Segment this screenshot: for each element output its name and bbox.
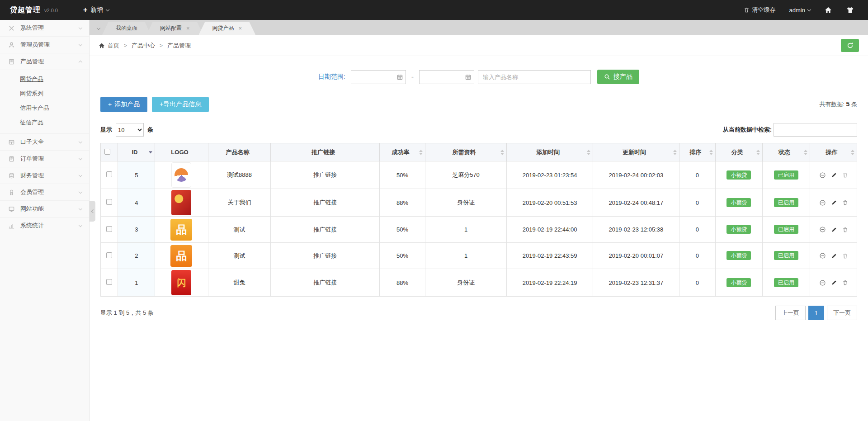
- sidebar-item-statistics[interactable]: 系统统计: [0, 218, 89, 234]
- edit-button[interactable]: [831, 227, 837, 233]
- row-checkbox[interactable]: [106, 252, 112, 258]
- filter-label: 从当前数据中检索:: [723, 126, 772, 134]
- column-header-actions[interactable]: 操作: [810, 143, 857, 161]
- cell-created: 2019-02-19 22:43:59: [507, 243, 593, 269]
- page-number-button[interactable]: 1: [808, 306, 824, 320]
- minus-circle-icon: [819, 172, 826, 179]
- sidebar-item-kouzi[interactable]: 口子大全: [0, 134, 89, 151]
- sidebar-item-products[interactable]: 产品管理: [0, 53, 89, 70]
- select-all-checkbox[interactable]: [104, 149, 110, 155]
- edit-button[interactable]: [831, 253, 837, 259]
- cell-name: 测试: [208, 217, 271, 243]
- table-row: 4 关于我们 推广链接 88% 身份证 2019-02-20 00:51:53 …: [101, 189, 857, 217]
- delete-button[interactable]: [842, 172, 848, 178]
- filter-input[interactable]: [774, 123, 857, 137]
- brand[interactable]: 贷超管理 v2.0.0: [0, 5, 67, 15]
- cell-promo-link[interactable]: 推广链接: [271, 269, 380, 297]
- date-from-input[interactable]: [351, 70, 406, 84]
- prev-page-button[interactable]: 上一页: [775, 306, 806, 320]
- clear-cache-button[interactable]: 清空缓存: [744, 6, 776, 14]
- sidebar-item-admins[interactable]: 管理员管理: [0, 37, 89, 53]
- chevron-left-icon: [91, 209, 94, 213]
- cell-created: 2019-02-23 01:23:54: [507, 161, 593, 189]
- breadcrumb-product-manage[interactable]: 产品管理: [167, 42, 191, 50]
- navbar-right: 清空缓存 admin: [744, 6, 868, 14]
- page-size-select[interactable]: 10: [116, 123, 144, 137]
- select-all-header[interactable]: [101, 143, 118, 161]
- calendar-icon: [396, 74, 403, 80]
- column-header-material[interactable]: 所需资料: [425, 143, 507, 161]
- row-checkbox[interactable]: [106, 279, 112, 285]
- breadcrumb-home[interactable]: 首页: [108, 42, 119, 50]
- home-button[interactable]: [824, 6, 832, 14]
- disable-button[interactable]: [819, 279, 826, 286]
- theme-button[interactable]: [846, 6, 854, 14]
- date-to-input[interactable]: [419, 70, 474, 84]
- column-header-id[interactable]: ID: [118, 143, 155, 161]
- user-menu[interactable]: admin: [789, 7, 811, 14]
- refresh-button[interactable]: [841, 39, 859, 52]
- edit-button[interactable]: [831, 172, 837, 178]
- unit-label: 条: [147, 126, 153, 134]
- edit-button[interactable]: [831, 199, 837, 206]
- sidebar-collapse-handle[interactable]: [90, 201, 95, 222]
- sidebar-item-site-features[interactable]: 网站功能: [0, 201, 89, 218]
- sidebar-item-system[interactable]: 系统管理: [0, 20, 89, 37]
- disable-button[interactable]: [819, 226, 826, 233]
- date-range-label: 日期范围:: [318, 73, 345, 81]
- cell-promo-link[interactable]: 推广链接: [271, 189, 380, 217]
- sidebar-item-label: 财务管理: [20, 171, 44, 180]
- column-header-rate[interactable]: 成功率: [380, 143, 425, 161]
- sidebar-item-loan-products[interactable]: 网贷产品: [0, 72, 89, 86]
- edit-button[interactable]: [831, 279, 837, 286]
- home-icon: [99, 43, 105, 49]
- chevron-down-icon: [807, 7, 811, 11]
- product-name-input[interactable]: [478, 70, 591, 84]
- sidebar-item-members[interactable]: 会员管理: [0, 184, 89, 201]
- delete-button[interactable]: [842, 279, 848, 286]
- disable-button[interactable]: [819, 252, 826, 259]
- export-products-button[interactable]: +导出产品信息: [152, 97, 209, 112]
- product-logo: [171, 190, 191, 215]
- close-icon[interactable]: ×: [186, 25, 190, 31]
- next-page-button[interactable]: 下一页: [827, 306, 857, 320]
- tab-my-desktop[interactable]: 我的桌面: [102, 22, 151, 35]
- column-header-category[interactable]: 分类: [716, 143, 763, 161]
- show-label: 显示: [100, 126, 112, 134]
- tab-loan-products[interactable]: 网贷产品 ×: [199, 22, 256, 35]
- delete-button[interactable]: [842, 253, 848, 259]
- close-icon[interactable]: ×: [239, 25, 242, 31]
- row-checkbox[interactable]: [106, 226, 112, 232]
- tab-site-config[interactable]: 网站配置 ×: [146, 22, 203, 35]
- row-checkbox[interactable]: [106, 199, 112, 205]
- disable-button[interactable]: [819, 199, 826, 206]
- disable-button[interactable]: [819, 172, 826, 179]
- clear-cache-label: 清空缓存: [752, 6, 776, 14]
- search-product-button[interactable]: 搜产品: [597, 70, 639, 84]
- column-header-status[interactable]: 状态: [762, 143, 810, 161]
- row-checkbox[interactable]: [106, 171, 112, 177]
- delete-button[interactable]: [842, 227, 848, 233]
- cell-promo-link[interactable]: 推广链接: [271, 243, 380, 269]
- column-header-created[interactable]: 添加时间: [507, 143, 593, 161]
- column-header-updated[interactable]: 更新时间: [593, 143, 679, 161]
- table-row: 5 测试8888 推广链接 50% 芝麻分570 2019-02-23 01:2…: [101, 161, 857, 189]
- sidebar-item-credit-report-products[interactable]: 征信产品: [0, 115, 89, 130]
- sidebar-item-finance[interactable]: 财务管理: [0, 167, 89, 184]
- chevron-down-icon: [79, 223, 82, 227]
- add-product-label: 添加产品: [114, 100, 140, 109]
- new-menu-button[interactable]: + 新增: [83, 6, 109, 14]
- tab-label: 网贷产品: [212, 24, 234, 32]
- cell-promo-link[interactable]: 推广链接: [271, 161, 380, 189]
- sidebar-item-orders[interactable]: 订单管理: [0, 151, 89, 167]
- cell-material: 身份证: [425, 189, 507, 217]
- cell-promo-link[interactable]: 推广链接: [271, 217, 380, 243]
- breadcrumb-product-center[interactable]: 产品中心: [132, 42, 155, 50]
- sidebar-item-credit-card-products[interactable]: 信用卡产品: [0, 101, 89, 115]
- delete-button[interactable]: [842, 199, 848, 206]
- table-row: 2 品 测试 推广链接 50% 1 2019-02-19 22:43:59 20…: [101, 243, 857, 269]
- add-product-button[interactable]: + 添加产品: [100, 97, 147, 112]
- column-header-sort[interactable]: 排序: [679, 143, 715, 161]
- status-badge: 已启用: [774, 225, 798, 234]
- sidebar-item-loan-series[interactable]: 网贷系列: [0, 86, 89, 101]
